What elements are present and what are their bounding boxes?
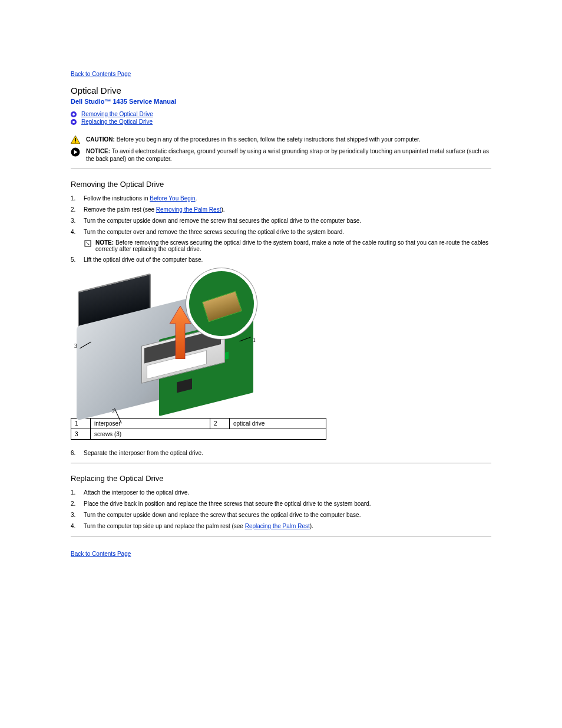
step-text: Turn the computer top side up and replac… bbox=[84, 523, 245, 529]
step-text: Follow the instructions in bbox=[84, 195, 150, 202]
step-number: 3. bbox=[71, 511, 84, 519]
step-number: 1. bbox=[71, 489, 84, 496]
divider bbox=[71, 536, 491, 536]
divider bbox=[71, 169, 491, 169]
link-before-you-begin[interactable]: Before You Begin bbox=[150, 195, 195, 202]
step-text: . bbox=[196, 195, 197, 202]
svg-rect-6 bbox=[75, 141, 76, 143]
notice-circle-icon bbox=[71, 147, 80, 156]
step-text: ). bbox=[310, 523, 313, 529]
note-label: NOTE: bbox=[95, 239, 114, 246]
step: 6. Separate the interposer from the opti… bbox=[71, 449, 491, 457]
step-text: Remove the palm rest (see bbox=[84, 206, 156, 213]
page-title: Optical Drive bbox=[71, 85, 491, 95]
callout-2: 2 bbox=[112, 408, 115, 414]
callout-1: 1 bbox=[253, 337, 256, 343]
step-text: Turn the computer upside down and remove… bbox=[84, 217, 491, 225]
link-removing-palm-rest[interactable]: Removing the Palm Rest bbox=[156, 206, 222, 213]
step-number: 5. bbox=[71, 256, 84, 263]
step-text: Attach the interposer to the optical dri… bbox=[84, 489, 491, 496]
step-text: Turn the computer over and remove the th… bbox=[84, 228, 491, 236]
step-text: Separate the interposer from the optical… bbox=[84, 449, 491, 457]
table-cell-label: screws (3) bbox=[91, 429, 326, 440]
callout-number: 3 bbox=[74, 342, 77, 349]
step: 1. Follow the instructions in Before You… bbox=[71, 195, 491, 202]
step: 2. Place the drive back in position and … bbox=[71, 500, 491, 508]
table-cell-num: 1 bbox=[71, 419, 91, 429]
figure-optical-drive: 1 2 3 bbox=[71, 272, 253, 413]
step: 2. Remove the palm rest (see Removing th… bbox=[71, 206, 491, 213]
back-to-contents-bottom[interactable]: Back to Contents Page bbox=[71, 551, 131, 557]
callout-3: 3 bbox=[74, 342, 77, 349]
svg-point-1 bbox=[72, 113, 75, 116]
svg-point-3 bbox=[72, 121, 75, 123]
step-number: 4. bbox=[71, 228, 84, 236]
step-text: Place the drive back in position and rep… bbox=[84, 500, 491, 508]
step-number: 1. bbox=[71, 195, 84, 202]
step-number: 2. bbox=[71, 206, 84, 213]
note-text: Before removing the screws securing the … bbox=[95, 239, 488, 252]
table-cell-num: 2 bbox=[210, 419, 230, 429]
note-icon bbox=[84, 239, 92, 248]
callout-table: 1 interposer 2 optical drive 3 screws (3… bbox=[71, 418, 326, 440]
caution-triangle-icon bbox=[71, 136, 80, 144]
step-number: 2. bbox=[71, 500, 84, 508]
notice-block: NOTICE: To avoid electrostatic discharge… bbox=[71, 147, 491, 163]
step: 1. Attach the interposer to the optical … bbox=[71, 489, 491, 496]
replace-heading: Replacing the Optical Drive bbox=[71, 474, 491, 483]
notice-text: To avoid electrostatic discharge, ground… bbox=[86, 148, 489, 162]
back-to-contents-top[interactable]: Back to Contents Page bbox=[71, 71, 131, 77]
step-note: NOTE: Before removing the screws securin… bbox=[84, 239, 491, 252]
table-cell-label: optical drive bbox=[230, 419, 326, 429]
step: 4. Turn the computer over and remove the… bbox=[71, 228, 491, 236]
svg-rect-5 bbox=[75, 138, 76, 141]
step: 5. Lift the optical drive out of the com… bbox=[71, 256, 491, 263]
caution-text: Before you begin any of the procedures i… bbox=[117, 136, 421, 143]
callout-number: 1 bbox=[253, 337, 256, 343]
bullet-icon bbox=[71, 119, 77, 125]
step: 3. Turn the computer upside down and rem… bbox=[71, 217, 491, 225]
step-number: 6. bbox=[71, 449, 84, 457]
step: 4. Turn the computer top side up and rep… bbox=[71, 522, 491, 530]
detail-inset-icon bbox=[186, 268, 257, 339]
step-number: 4. bbox=[71, 522, 84, 530]
caution-label: CAUTION: bbox=[86, 136, 115, 143]
toc: Removing the Optical Drive Replacing the… bbox=[71, 111, 491, 125]
step-text: Lift the optical drive out of the comput… bbox=[84, 256, 491, 263]
manual-title: Dell Studio™ 1435 Service Manual bbox=[71, 98, 491, 105]
remove-heading: Removing the Optical Drive bbox=[71, 180, 491, 189]
step: 3. Turn the computer upside down and rep… bbox=[71, 511, 491, 519]
step-number: 3. bbox=[71, 217, 84, 225]
link-replacing-palm-rest[interactable]: Replacing the Palm Rest bbox=[245, 523, 310, 529]
toc-link-replace[interactable]: Replacing the Optical Drive bbox=[81, 118, 153, 125]
svg-line-10 bbox=[86, 242, 90, 245]
bullet-icon bbox=[71, 111, 77, 117]
table-cell-num: 3 bbox=[71, 429, 91, 440]
step-text: Turn the computer upside down and replac… bbox=[84, 511, 491, 519]
notice-label: NOTICE: bbox=[86, 148, 110, 154]
table-cell-label: interposer bbox=[91, 419, 210, 429]
caution-block: CAUTION: Before you begin any of the pro… bbox=[71, 136, 491, 144]
toc-link-remove[interactable]: Removing the Optical Drive bbox=[81, 111, 153, 117]
divider bbox=[71, 463, 491, 463]
step-text: ). bbox=[221, 206, 224, 213]
